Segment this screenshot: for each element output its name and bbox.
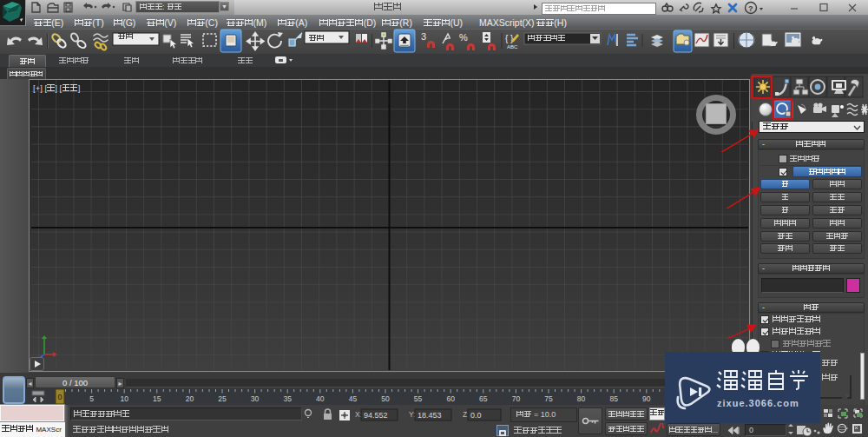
svg-text:%: % [459, 32, 468, 43]
svg-text:35: 35 [283, 394, 292, 403]
svg-text:45: 45 [349, 394, 358, 403]
svg-text:90: 90 [642, 394, 651, 403]
svg-text:15: 15 [153, 394, 161, 403]
svg-text:94.552: 94.552 [364, 411, 388, 420]
svg-text:55: 55 [414, 394, 423, 403]
svg-text:0: 0 [57, 393, 62, 401]
svg-text:65: 65 [479, 394, 488, 403]
svg-text:85: 85 [609, 394, 618, 403]
svg-text:18.453: 18.453 [418, 411, 442, 420]
svg-text:25: 25 [218, 394, 227, 403]
svg-text:80: 80 [577, 394, 586, 403]
svg-text:3: 3 [421, 31, 426, 42]
svg-text:zixue.3066.com: zixue.3066.com [717, 398, 799, 408]
svg-text:40: 40 [316, 394, 325, 403]
svg-text:70: 70 [512, 394, 521, 403]
svg-text:{: { [505, 34, 509, 43]
svg-text:ABC: ABC [507, 44, 518, 50]
svg-text:30: 30 [251, 394, 260, 403]
svg-text:50: 50 [381, 394, 390, 403]
svg-text:75: 75 [544, 394, 553, 403]
svg-text:5: 5 [89, 394, 94, 403]
svg-text:?: ? [748, 4, 753, 13]
svg-text:20: 20 [186, 394, 194, 403]
svg-text:Y:: Y: [409, 410, 416, 419]
svg-text:10: 10 [120, 394, 128, 403]
svg-text:60: 60 [446, 394, 455, 403]
svg-text:0.0: 0.0 [470, 411, 482, 420]
